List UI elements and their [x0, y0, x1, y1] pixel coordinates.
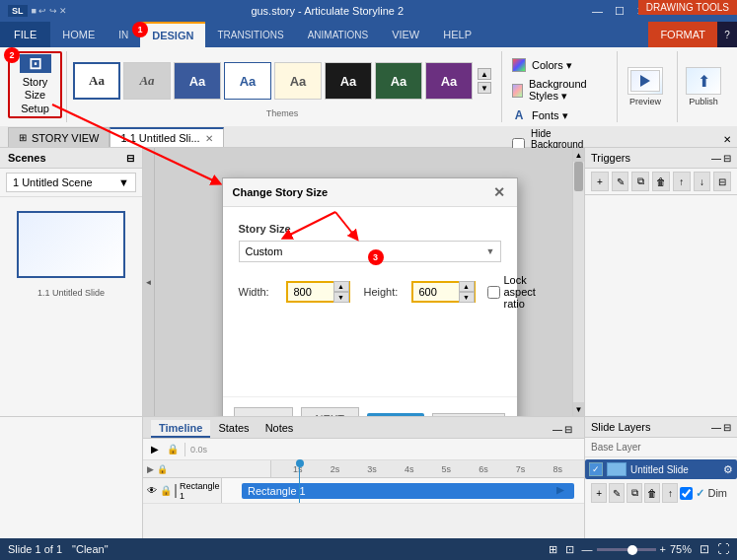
- theme-7[interactable]: Aa: [375, 62, 422, 100]
- theme-6[interactable]: Aa: [325, 62, 372, 100]
- delete-layer-btn[interactable]: 🗑: [644, 483, 660, 503]
- copy-trigger-btn[interactable]: ⧉: [631, 172, 649, 191]
- scene-dropdown[interactable]: 1 Untitled Scene ▼: [6, 173, 136, 192]
- delete-trigger-btn[interactable]: 🗑: [652, 172, 670, 191]
- eye-icon[interactable]: 👁: [147, 484, 157, 498]
- scenes-expand-btn[interactable]: ⊟: [126, 153, 134, 164]
- lock-icon[interactable]: 🔒: [160, 484, 172, 498]
- theme-1[interactable]: Aa: [73, 62, 120, 100]
- add-layer-btn[interactable]: +: [591, 483, 607, 503]
- slide-thumbnail[interactable]: [17, 211, 125, 278]
- ribbon-help-btn[interactable]: ?: [717, 22, 737, 47]
- move-up-trigger-btn[interactable]: ↑: [673, 172, 691, 191]
- timeline-minimize-btn[interactable]: —: [553, 424, 562, 435]
- fit-icon[interactable]: ⊡: [565, 543, 574, 556]
- triggers-expand-btn[interactable]: ⊟: [723, 153, 731, 164]
- tab-design[interactable]: DESIGN: [140, 22, 205, 47]
- tab-home[interactable]: HOME: [50, 22, 107, 47]
- left-panel-toggle[interactable]: ◄: [143, 148, 155, 416]
- canvas-v-scrollbar[interactable]: ▲ ▼: [572, 148, 584, 416]
- scroll-down-arrow[interactable]: ▼: [573, 402, 584, 416]
- timeline-row: 👁 🔒 Rectangle 1 Rectangle 1: [143, 478, 584, 504]
- theme-5[interactable]: Aa: [274, 62, 322, 100]
- height-up-btn[interactable]: ▲: [459, 281, 475, 292]
- height-down-btn[interactable]: ▼: [459, 292, 475, 303]
- slide-layers-expand[interactable]: ⊟: [723, 422, 731, 433]
- scroll-up-arrow[interactable]: ▲: [573, 148, 584, 162]
- timeline-lock-btn[interactable]: 🔒: [166, 443, 180, 456]
- copy-layer-btn[interactable]: ⧉: [626, 483, 642, 503]
- add-trigger-btn[interactable]: +: [591, 172, 609, 191]
- timeline-track[interactable]: Rectangle 1: [222, 478, 584, 503]
- colors-button[interactable]: Colors ▾: [510, 57, 605, 73]
- base-layer-item[interactable]: ✓ Untitled Slide ⚙: [585, 459, 737, 479]
- tab-animations[interactable]: ANIMATIONS: [296, 22, 380, 47]
- tab-file[interactable]: FILE: [0, 22, 50, 47]
- cancel-button[interactable]: CANCEL: [432, 413, 506, 416]
- timeline-bar-arrow: [556, 487, 564, 495]
- width-down-btn[interactable]: ▼: [333, 292, 349, 303]
- triggers-panel-expand-btn[interactable]: ⊟: [713, 172, 731, 191]
- title-bar: SL ■ ↩ ↪ ✕ gus.story - Articulate Storyl…: [0, 0, 737, 22]
- states-tab[interactable]: States: [210, 420, 257, 438]
- doc-tab-story-view[interactable]: ⊞ STORY VIEW: [8, 127, 110, 147]
- bottom-panel: Timeline States Notes — ⊟ ▶ 🔒 0.0s: [0, 416, 737, 544]
- slide-layers-minimize[interactable]: —: [711, 422, 721, 433]
- theme-3[interactable]: Aa: [174, 62, 221, 100]
- edit-trigger-btn[interactable]: ✎: [612, 172, 629, 191]
- fullscreen-btn[interactable]: ⛶: [717, 542, 729, 556]
- tab-view[interactable]: VIEW: [380, 22, 431, 47]
- theme-8[interactable]: Aa: [425, 62, 473, 100]
- theme-4[interactable]: Aa: [224, 62, 271, 100]
- tab-transitions[interactable]: TRANSITIONS: [205, 22, 295, 47]
- base-layer-gear-icon[interactable]: ⚙: [723, 463, 733, 476]
- dialog-close-btn[interactable]: ✕: [491, 184, 507, 200]
- lock-aspect-checkbox[interactable]: [487, 286, 500, 299]
- zoom-slider[interactable]: [597, 548, 656, 551]
- width-up-btn[interactable]: ▲: [333, 281, 349, 292]
- slide-tab-close[interactable]: ✕: [205, 133, 213, 144]
- tab-format[interactable]: FORMAT: [648, 22, 717, 47]
- notes-tab[interactable]: Notes: [258, 420, 302, 438]
- publish-button[interactable]: ⬆ Publish: [677, 51, 729, 122]
- tab-insert[interactable]: IN: [107, 22, 140, 47]
- zoom-slider-thumb[interactable]: [627, 545, 637, 555]
- next-button[interactable]: NEXT ►: [301, 407, 359, 416]
- playhead[interactable]: [299, 460, 300, 503]
- theme-2[interactable]: Aa: [123, 62, 171, 100]
- triggers-minimize-btn[interactable]: —: [711, 153, 721, 164]
- edit-layer-btn[interactable]: ✎: [609, 483, 625, 503]
- zoom-minus-btn[interactable]: —: [582, 543, 593, 555]
- scenes-panel: Scenes ⊟ 1 Untitled Scene ▼ 1.1 Untitled…: [0, 148, 143, 416]
- background-styles-button[interactable]: Background Styles ▾: [510, 77, 605, 104]
- move-down-trigger-btn[interactable]: ↓: [694, 172, 711, 191]
- tab-area-close-btn[interactable]: ✕: [721, 132, 733, 147]
- base-layer-checkbox[interactable]: ✓: [589, 462, 603, 476]
- preview-button[interactable]: Preview: [617, 51, 673, 122]
- zoom-plus-btn[interactable]: +: [660, 543, 666, 555]
- dim-checkbox[interactable]: [680, 487, 693, 500]
- minimize-btn[interactable]: —: [587, 5, 608, 18]
- ok-button[interactable]: OK: [367, 413, 424, 416]
- timeline-ruler: 1s 2s 3s 4s 5s 6s 7s 8s: [271, 460, 584, 477]
- slide-thumbnail-area: 1.1 Untitled Slide: [0, 197, 142, 306]
- move-layer-up-btn[interactable]: ↑: [662, 483, 678, 503]
- story-setup-button[interactable]: ⊡ Story Size Setup 2: [8, 51, 62, 118]
- theme-scroll-up[interactable]: ▲: [478, 68, 491, 80]
- timeline-tab[interactable]: Timeline: [151, 420, 210, 438]
- back-button[interactable]: ◄ BACK: [234, 407, 293, 416]
- dim-check[interactable]: ✓ Dim: [680, 483, 731, 503]
- timeline-expand-btn[interactable]: ⊟: [564, 424, 572, 435]
- fonts-button[interactable]: A Fonts ▾: [510, 107, 605, 123]
- tab-help[interactable]: HELP: [431, 22, 483, 47]
- grid-icon[interactable]: ⊞: [549, 543, 557, 556]
- theme-scroll-down[interactable]: ▼: [478, 82, 491, 94]
- lock-aspect-label[interactable]: Lock aspect ratio: [487, 274, 536, 310]
- story-size-preset-select[interactable]: Custom 720x540 (4:3) 960x540 (16:9): [239, 241, 501, 262]
- playhead-handle[interactable]: [296, 459, 304, 467]
- maximize-btn[interactable]: ☐: [610, 5, 629, 18]
- fit-window-btn[interactable]: ⊡: [700, 542, 709, 556]
- doc-tab-slide[interactable]: 1.1 Untitled Sli... ✕: [110, 127, 223, 147]
- timeline-bar[interactable]: Rectangle 1: [242, 483, 574, 499]
- timeline-play-btn[interactable]: ▶: [147, 442, 163, 457]
